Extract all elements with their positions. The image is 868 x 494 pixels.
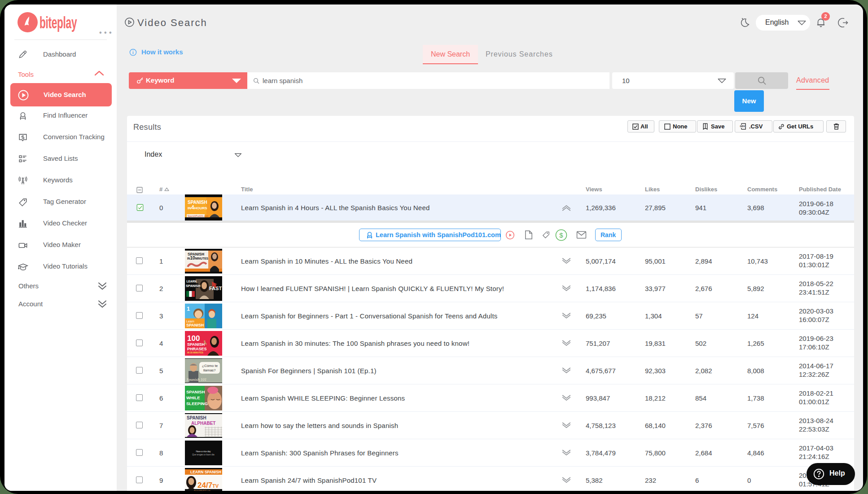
svg-text:Learn: Learn <box>186 320 194 323</box>
svg-text:LEARN SPANISH: LEARN SPANISH <box>190 470 221 474</box>
svg-text:IN 30 MINUTES: IN 30 MINUTES <box>187 351 204 354</box>
svg-text:SPANISH: SPANISH <box>188 200 207 205</box>
svg-text:SPANISH: SPANISH <box>187 415 206 420</box>
svg-text:SPANISH: SPANISH <box>186 323 204 327</box>
svg-text:ALPHABET: ALPHABET <box>191 421 215 426</box>
svg-text:CSV: CSV <box>740 125 745 128</box>
svg-text:LEARN: LEARN <box>187 280 197 283</box>
svg-text:SpanishPod101.com: SpanishPod101.com <box>188 215 208 217</box>
svg-text:Have a nice day: Have a nice day <box>196 450 211 453</box>
svg-text:100: 100 <box>187 334 200 343</box>
svg-text:llamas?: llamas? <box>203 368 216 372</box>
svg-text:Que tengas un buen día: Que tengas un buen día <box>192 454 215 456</box>
svg-text:$: $ <box>559 231 563 239</box>
svg-text:SLEEPING: SLEEPING <box>186 401 208 406</box>
svg-text:SPANISH: SPANISH <box>186 389 205 394</box>
svg-text:SPANISH: SPANISH <box>187 342 205 347</box>
svg-text:Spanish 101: Spanish 101 <box>187 377 206 382</box>
svg-text:WHILE: WHILE <box>186 395 200 400</box>
svg-text:PHRASES: PHRASES <box>187 347 207 351</box>
svg-text:SpanishPod101.com: SpanishPod101.com <box>194 490 211 491</box>
svg-text:SPANISH: SPANISH <box>186 284 201 288</box>
svg-text:1: 1 <box>187 305 190 312</box>
svg-text:¿Cómo te: ¿Cómo te <box>202 364 218 368</box>
